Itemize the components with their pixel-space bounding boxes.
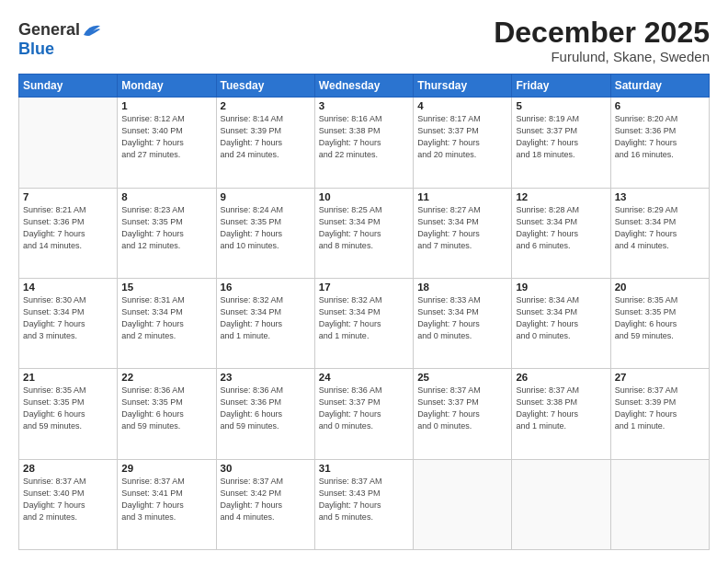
day-number: 24 — [319, 372, 409, 383]
table-row: 9Sunrise: 8:24 AM Sunset: 3:35 PM Daylig… — [216, 188, 314, 278]
day-info: Sunrise: 8:32 AM Sunset: 3:34 PM Dayligh… — [221, 294, 311, 342]
table-row — [512, 459, 610, 549]
day-number: 28 — [23, 463, 113, 474]
table-row: 18Sunrise: 8:33 AM Sunset: 3:34 PM Dayli… — [414, 278, 512, 368]
day-number: 10 — [319, 191, 409, 202]
day-info: Sunrise: 8:31 AM Sunset: 3:34 PM Dayligh… — [121, 294, 211, 342]
calendar-week-row: 14Sunrise: 8:30 AM Sunset: 3:34 PM Dayli… — [19, 278, 710, 368]
day-info: Sunrise: 8:29 AM Sunset: 3:34 PM Dayligh… — [615, 204, 705, 252]
day-info: Sunrise: 8:35 AM Sunset: 3:35 PM Dayligh… — [23, 385, 113, 432]
table-row: 5Sunrise: 8:19 AM Sunset: 3:37 PM Daylig… — [512, 98, 610, 188]
day-info: Sunrise: 8:33 AM Sunset: 3:34 PM Dayligh… — [417, 294, 507, 342]
header-friday: Friday — [512, 75, 610, 98]
title-block: December 2025 Furulund, Skane, Sweden — [494, 17, 710, 64]
table-row: 21Sunrise: 8:35 AM Sunset: 3:35 PM Dayli… — [19, 369, 118, 459]
day-info: Sunrise: 8:21 AM Sunset: 3:36 PM Dayligh… — [23, 204, 113, 252]
day-info: Sunrise: 8:36 AM Sunset: 3:37 PM Dayligh… — [319, 385, 409, 432]
day-number: 11 — [417, 191, 507, 202]
day-number: 16 — [221, 282, 311, 293]
table-row: 26Sunrise: 8:37 AM Sunset: 3:38 PM Dayli… — [512, 369, 610, 459]
day-number: 17 — [319, 282, 409, 293]
calendar-header-row: Sunday Monday Tuesday Wednesday Thursday… — [19, 75, 710, 98]
day-number: 22 — [121, 372, 211, 383]
table-row: 31Sunrise: 8:37 AM Sunset: 3:43 PM Dayli… — [314, 459, 413, 549]
table-row: 24Sunrise: 8:36 AM Sunset: 3:37 PM Dayli… — [314, 369, 413, 459]
day-number: 6 — [615, 100, 705, 111]
table-row: 22Sunrise: 8:36 AM Sunset: 3:35 PM Dayli… — [118, 369, 216, 459]
table-row: 19Sunrise: 8:34 AM Sunset: 3:34 PM Dayli… — [512, 278, 610, 368]
table-row: 10Sunrise: 8:25 AM Sunset: 3:34 PM Dayli… — [314, 188, 413, 278]
day-number: 5 — [516, 100, 606, 111]
day-number: 13 — [615, 191, 705, 202]
day-info: Sunrise: 8:28 AM Sunset: 3:34 PM Dayligh… — [516, 204, 606, 252]
day-info: Sunrise: 8:14 AM Sunset: 3:39 PM Dayligh… — [221, 113, 311, 161]
table-row: 11Sunrise: 8:27 AM Sunset: 3:34 PM Dayli… — [414, 188, 512, 278]
table-row: 16Sunrise: 8:32 AM Sunset: 3:34 PM Dayli… — [216, 278, 314, 368]
day-info: Sunrise: 8:30 AM Sunset: 3:34 PM Dayligh… — [23, 294, 113, 342]
day-info: Sunrise: 8:20 AM Sunset: 3:36 PM Dayligh… — [615, 113, 705, 161]
table-row: 15Sunrise: 8:31 AM Sunset: 3:34 PM Dayli… — [118, 278, 216, 368]
day-info: Sunrise: 8:12 AM Sunset: 3:40 PM Dayligh… — [121, 113, 211, 161]
calendar-week-row: 7Sunrise: 8:21 AM Sunset: 3:36 PM Daylig… — [19, 188, 710, 278]
day-info: Sunrise: 8:37 AM Sunset: 3:41 PM Dayligh… — [121, 476, 211, 523]
table-row — [610, 459, 709, 549]
table-row: 4Sunrise: 8:17 AM Sunset: 3:37 PM Daylig… — [414, 98, 512, 188]
page: General Blue December 2025 Furulund, Ska… — [0, 0, 728, 563]
day-info: Sunrise: 8:37 AM Sunset: 3:43 PM Dayligh… — [319, 476, 409, 523]
day-info: Sunrise: 8:34 AM Sunset: 3:34 PM Dayligh… — [516, 294, 606, 342]
header-tuesday: Tuesday — [216, 75, 314, 98]
day-number: 30 — [221, 463, 311, 474]
calendar-table: Sunday Monday Tuesday Wednesday Thursday… — [18, 74, 710, 550]
logo-general-text: General — [18, 20, 80, 40]
day-number: 25 — [417, 372, 507, 383]
day-number: 27 — [615, 372, 705, 383]
table-row: 14Sunrise: 8:30 AM Sunset: 3:34 PM Dayli… — [19, 278, 118, 368]
day-info: Sunrise: 8:27 AM Sunset: 3:34 PM Dayligh… — [417, 204, 507, 252]
day-number: 31 — [319, 463, 409, 474]
day-number: 8 — [121, 191, 211, 202]
day-info: Sunrise: 8:23 AM Sunset: 3:35 PM Dayligh… — [121, 204, 211, 252]
day-number: 20 — [615, 282, 705, 293]
table-row: 6Sunrise: 8:20 AM Sunset: 3:36 PM Daylig… — [610, 98, 709, 188]
day-info: Sunrise: 8:36 AM Sunset: 3:35 PM Dayligh… — [121, 385, 211, 432]
day-info: Sunrise: 8:24 AM Sunset: 3:35 PM Dayligh… — [221, 204, 311, 252]
day-number: 12 — [516, 191, 606, 202]
day-info: Sunrise: 8:37 AM Sunset: 3:40 PM Dayligh… — [23, 476, 113, 523]
table-row: 30Sunrise: 8:37 AM Sunset: 3:42 PM Dayli… — [216, 459, 314, 549]
day-number: 14 — [23, 282, 113, 293]
table-row: 29Sunrise: 8:37 AM Sunset: 3:41 PM Dayli… — [118, 459, 216, 549]
day-number: 23 — [221, 372, 311, 383]
logo: General Blue — [18, 20, 102, 59]
table-row: 17Sunrise: 8:32 AM Sunset: 3:34 PM Dayli… — [314, 278, 413, 368]
header-thursday: Thursday — [414, 75, 512, 98]
month-title: December 2025 — [494, 17, 710, 49]
table-row: 13Sunrise: 8:29 AM Sunset: 3:34 PM Dayli… — [610, 188, 709, 278]
day-number: 29 — [121, 463, 211, 474]
day-number: 9 — [221, 191, 311, 202]
logo-bird-icon — [82, 22, 102, 39]
day-info: Sunrise: 8:19 AM Sunset: 3:37 PM Dayligh… — [516, 113, 606, 161]
day-number: 3 — [319, 100, 409, 111]
calendar-week-row: 28Sunrise: 8:37 AM Sunset: 3:40 PM Dayli… — [19, 459, 710, 549]
table-row: 25Sunrise: 8:37 AM Sunset: 3:37 PM Dayli… — [414, 369, 512, 459]
day-info: Sunrise: 8:35 AM Sunset: 3:35 PM Dayligh… — [615, 294, 705, 342]
day-info: Sunrise: 8:16 AM Sunset: 3:38 PM Dayligh… — [319, 113, 409, 161]
table-row: 20Sunrise: 8:35 AM Sunset: 3:35 PM Dayli… — [610, 278, 709, 368]
location-subtitle: Furulund, Skane, Sweden — [494, 49, 710, 64]
day-number: 26 — [516, 372, 606, 383]
header-sunday: Sunday — [19, 75, 118, 98]
day-info: Sunrise: 8:37 AM Sunset: 3:42 PM Dayligh… — [221, 476, 311, 523]
header-wednesday: Wednesday — [314, 75, 413, 98]
calendar-week-row: 1Sunrise: 8:12 AM Sunset: 3:40 PM Daylig… — [19, 98, 710, 188]
table-row: 28Sunrise: 8:37 AM Sunset: 3:40 PM Dayli… — [19, 459, 118, 549]
day-number: 2 — [221, 100, 311, 111]
table-row: 7Sunrise: 8:21 AM Sunset: 3:36 PM Daylig… — [19, 188, 118, 278]
day-info: Sunrise: 8:37 AM Sunset: 3:38 PM Dayligh… — [516, 385, 606, 432]
day-info: Sunrise: 8:17 AM Sunset: 3:37 PM Dayligh… — [417, 113, 507, 161]
table-row: 23Sunrise: 8:36 AM Sunset: 3:36 PM Dayli… — [216, 369, 314, 459]
table-row — [414, 459, 512, 549]
table-row: 2Sunrise: 8:14 AM Sunset: 3:39 PM Daylig… — [216, 98, 314, 188]
header-monday: Monday — [118, 75, 216, 98]
day-info: Sunrise: 8:25 AM Sunset: 3:34 PM Dayligh… — [319, 204, 409, 252]
table-row: 8Sunrise: 8:23 AM Sunset: 3:35 PM Daylig… — [118, 188, 216, 278]
